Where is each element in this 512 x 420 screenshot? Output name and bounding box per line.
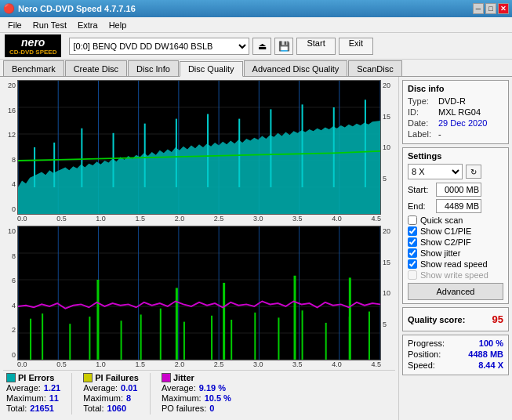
svg-rect-23: [238, 119, 240, 187]
show-write-speed-label: Show write speed: [420, 270, 488, 280]
pie-total-label: Total:: [6, 404, 27, 413]
show-jitter-checkbox[interactable]: [408, 248, 417, 258]
svg-rect-25: [302, 104, 303, 187]
disc-id-value: MXL RG04: [438, 107, 481, 117]
jitter-po-row: PO failures: 0: [162, 404, 231, 413]
show-c2pif-checkbox[interactable]: [408, 237, 417, 247]
menu-file[interactable]: File: [3, 19, 27, 31]
bottom-chart-x-axis: 0.00.51.01.52.02.53.03.54.04.5: [3, 360, 395, 368]
device-select[interactable]: [0:0] BENQ DVD DD DW1640 BSLB: [69, 38, 249, 55]
pi-errors-title: PI Errors: [18, 373, 54, 382]
title-bar-controls[interactable]: ─ □ ✕: [473, 3, 509, 14]
quick-scan-checkbox[interactable]: [408, 215, 417, 225]
pif-legend-box: [83, 373, 93, 382]
svg-rect-60: [96, 280, 99, 360]
disc-date-row: Date: 29 Dec 2020: [408, 118, 503, 128]
start-button[interactable]: Start: [296, 38, 335, 55]
jitter-legend-box: [162, 373, 171, 382]
svg-rect-26: [333, 107, 335, 187]
svg-rect-45: [42, 313, 43, 360]
disc-date-label: Date:: [408, 118, 435, 128]
disc-id-row: ID: MXL RG04: [408, 107, 503, 117]
show-write-speed-row: Show write speed: [408, 270, 503, 280]
show-c2pif-row: Show C2/PIF: [408, 237, 503, 247]
advanced-button[interactable]: Advanced: [408, 283, 503, 300]
maximize-button[interactable]: □: [485, 3, 496, 14]
show-read-speed-row: Show read speed: [408, 259, 503, 269]
eject-button[interactable]: ⏏: [252, 38, 271, 55]
jitter-max-label: Maximum:: [162, 393, 202, 403]
svg-rect-50: [160, 309, 162, 360]
exit-button[interactable]: Exit: [339, 38, 373, 55]
close-button[interactable]: ✕: [498, 3, 509, 14]
jitter-stats: Jitter Average: 9.19 % Maximum: 10.5 % P…: [162, 373, 231, 415]
start-input-row: Start:: [408, 183, 503, 197]
stat-divider-1: [71, 373, 72, 415]
progress-label: Progress:: [408, 339, 445, 348]
tab-disc-quality[interactable]: Disc Quality: [180, 61, 243, 77]
main-content: 20 16 12 8 4 0: [0, 77, 512, 420]
tab-benchmark[interactable]: Benchmark: [3, 60, 64, 76]
svg-rect-52: [211, 316, 212, 360]
jitter-max-row: Maximum: 10.5 %: [162, 393, 231, 403]
end-input[interactable]: [436, 199, 481, 213]
menu-bar: File Run Test Extra Help: [0, 17, 512, 33]
save-button[interactable]: 💾: [274, 38, 293, 55]
bottom-chart-y-axis-left: 10 8 6 4 2 0: [3, 226, 17, 360]
menu-help[interactable]: Help: [104, 19, 132, 31]
quick-scan-label: Quick scan: [420, 215, 463, 225]
nero-logo-text: nero: [21, 36, 45, 49]
cdspeed-logo-text: CD-DVD SPEED: [9, 49, 56, 56]
show-c1pie-label: Show C1/PIE: [420, 226, 471, 236]
stat-divider-2: [150, 373, 151, 415]
tab-scan-disc[interactable]: ScanDisc: [348, 60, 401, 76]
svg-rect-54: [254, 313, 256, 360]
disc-type-value: DVD-R: [438, 96, 466, 106]
show-c1pie-checkbox[interactable]: [408, 226, 417, 236]
svg-rect-63: [294, 276, 296, 360]
bottom-chart-svg: [18, 226, 380, 360]
disc-label-label: Label:: [408, 129, 435, 139]
svg-rect-51: [183, 322, 185, 360]
pie-max-label: Maximum:: [6, 393, 46, 403]
start-input[interactable]: [436, 183, 481, 197]
app-title: Nero CD-DVD Speed 4.7.7.16: [18, 4, 136, 13]
pif-avg-label: Average:: [83, 383, 118, 393]
svg-rect-17: [53, 143, 55, 187]
show-read-speed-checkbox[interactable]: [408, 259, 417, 269]
svg-rect-56: [302, 310, 303, 360]
refresh-button[interactable]: ↻: [466, 165, 481, 179]
top-chart-y-axis-right: 20 15 10 5 0: [381, 80, 395, 215]
svg-rect-22: [207, 114, 209, 188]
end-input-row: End:: [408, 199, 503, 213]
menu-run-test[interactable]: Run Test: [28, 19, 71, 31]
toolbar: nero CD-DVD SPEED [0:0] BENQ DVD DD DW16…: [0, 33, 512, 60]
settings-title: Settings: [408, 151, 503, 161]
speed-row-progress: Speed: 8.44 X: [408, 360, 503, 370]
show-read-speed-label: Show read speed: [420, 259, 488, 269]
pif-total-label: Total:: [83, 404, 103, 413]
tab-create-disc[interactable]: Create Disc: [65, 60, 127, 76]
pie-total-row: Total: 21651: [6, 404, 60, 413]
svg-rect-55: [278, 317, 279, 360]
jitter-max-value: 10.5 %: [205, 393, 231, 403]
pie-avg-label: Average:: [6, 383, 41, 393]
tab-disc-info[interactable]: Disc Info: [128, 60, 179, 76]
menu-extra[interactable]: Extra: [73, 19, 103, 31]
top-chart-x-axis: 0.00.51.01.52.02.53.03.54.04.5: [3, 215, 395, 223]
svg-rect-44: [30, 319, 31, 360]
pie-legend-box: [6, 373, 16, 382]
quality-score-row: Quality score: 95: [408, 311, 503, 328]
chart-area: 20 16 12 8 4 0: [0, 77, 398, 420]
speed-select[interactable]: 8 X 1 X 2 X 4 X Max: [408, 164, 463, 179]
minimize-button[interactable]: ─: [473, 3, 484, 14]
disc-label-value: -: [438, 129, 441, 139]
show-jitter-label: Show jitter: [420, 248, 460, 258]
disc-type-label: Type:: [408, 96, 435, 106]
svg-rect-48: [121, 320, 122, 360]
tab-advanced-disc-quality[interactable]: Advanced Disc Quality: [244, 60, 348, 76]
pif-avg-row: Average: 0.01: [83, 383, 139, 393]
tab-bar: Benchmark Create Disc Disc Info Disc Qua…: [0, 60, 512, 77]
disc-info-panel: Disc info Type: DVD-R ID: MXL RG04 Date:…: [402, 80, 509, 144]
svg-rect-21: [176, 119, 177, 187]
